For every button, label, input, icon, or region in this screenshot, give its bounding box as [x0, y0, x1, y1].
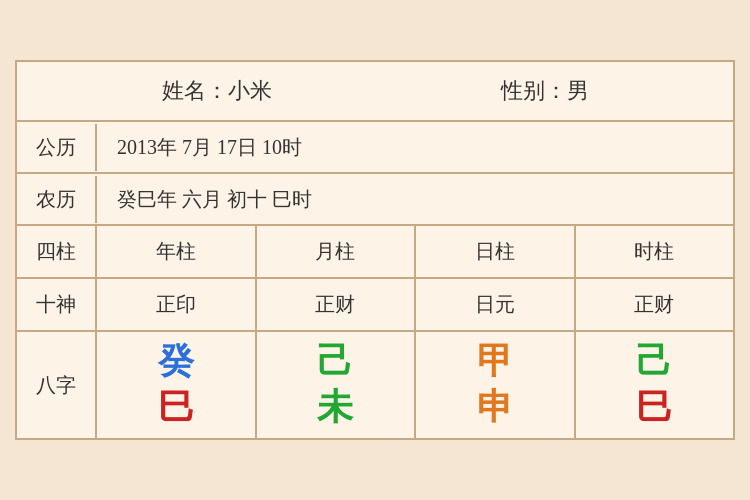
bazhi-hour-bottom: 巳 — [636, 388, 672, 428]
lunar-label: 农历 — [17, 176, 97, 223]
shishen-hour: 正财 — [576, 279, 734, 330]
bazhi-day-top: 甲 — [477, 342, 513, 382]
shishen-label: 十神 — [17, 279, 97, 330]
day-column-label: 日柱 — [416, 226, 576, 277]
bazhi-month-top: 己 — [317, 342, 353, 382]
year-column-label: 年柱 — [97, 226, 257, 277]
name-label: 姓名：小米 — [162, 76, 272, 106]
lunar-value: 癸巳年 六月 初十 巳时 — [97, 176, 733, 223]
gender-label: 性别：男 — [501, 76, 589, 106]
bazhi-label: 八字 — [17, 332, 97, 437]
shishen-day: 日元 — [416, 279, 576, 330]
hour-column-label: 时柱 — [576, 226, 734, 277]
bazhi-day-cell: 甲 申 — [416, 332, 576, 437]
shishen-year: 正印 — [97, 279, 257, 330]
month-column-label: 月柱 — [257, 226, 417, 277]
bazhi-year-bottom: 巳 — [158, 388, 194, 428]
shishen-month: 正财 — [257, 279, 417, 330]
bazhi-year-cell: 癸 巳 — [97, 332, 257, 437]
lunar-row: 农历 癸巳年 六月 初十 巳时 — [17, 174, 733, 226]
bazhi-year-top: 癸 — [158, 342, 194, 382]
gregorian-label: 公历 — [17, 124, 97, 171]
bazhi-row: 八字 癸 巳 己 未 甲 申 己 巳 — [17, 332, 733, 437]
bazhi-month-bottom: 未 — [317, 388, 353, 428]
columns-label: 四柱 — [17, 226, 97, 277]
bazhi-day-bottom: 申 — [477, 388, 513, 428]
gregorian-value: 2013年 7月 17日 10时 — [97, 124, 733, 171]
columns-row: 四柱 年柱 月柱 日柱 时柱 — [17, 226, 733, 279]
gregorian-row: 公历 2013年 7月 17日 10时 — [17, 122, 733, 174]
shishen-row: 十神 正印 正财 日元 正财 — [17, 279, 733, 332]
bazhi-hour-top: 己 — [636, 342, 672, 382]
bazhi-month-cell: 己 未 — [257, 332, 417, 437]
bazhi-hour-cell: 己 巳 — [576, 332, 734, 437]
main-container: 姓名：小米 性别：男 公历 2013年 7月 17日 10时 农历 癸巳年 六月… — [15, 60, 735, 439]
header-row: 姓名：小米 性别：男 — [17, 62, 733, 122]
